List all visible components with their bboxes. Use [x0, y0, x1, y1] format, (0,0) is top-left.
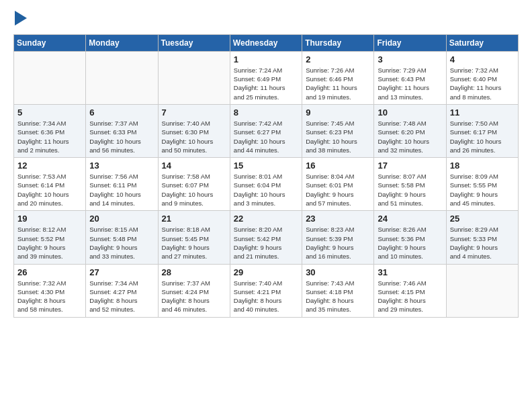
calendar-cell: 7Sunrise: 7:40 AMSunset: 6:30 PMDaylight… — [158, 104, 230, 157]
day-number: 13 — [89, 161, 154, 171]
weekday-header-friday: Friday — [374, 34, 446, 51]
weekday-header-row: SundayMondayTuesdayWednesdayThursdayFrid… — [14, 34, 519, 51]
calendar-cell: 29Sunrise: 7:40 AMSunset: 4:21 PMDayligh… — [230, 264, 302, 317]
header — [13, 11, 519, 29]
day-info: Sunrise: 7:40 AMSunset: 4:21 PMDaylight:… — [234, 279, 298, 314]
calendar-cell — [14, 51, 86, 104]
day-info: Sunrise: 7:45 AMSunset: 6:23 PMDaylight:… — [306, 119, 370, 154]
calendar-cell: 15Sunrise: 8:01 AMSunset: 6:04 PMDayligh… — [230, 158, 302, 211]
day-info: Sunrise: 7:32 AMSunset: 4:30 PMDaylight:… — [17, 279, 82, 314]
day-number: 31 — [378, 267, 442, 277]
day-number: 4 — [450, 54, 515, 64]
day-number: 7 — [162, 107, 226, 118]
day-info: Sunrise: 7:53 AMSunset: 6:14 PMDaylight:… — [17, 172, 82, 208]
weekday-header-thursday: Thursday — [302, 34, 374, 51]
calendar-cell: 13Sunrise: 7:56 AMSunset: 6:11 PMDayligh… — [86, 158, 158, 211]
logo-block — [13, 11, 27, 29]
day-info: Sunrise: 8:01 AMSunset: 6:04 PMDaylight:… — [234, 172, 298, 208]
calendar-cell: 26Sunrise: 7:32 AMSunset: 4:30 PMDayligh… — [14, 264, 86, 317]
calendar-cell: 12Sunrise: 7:53 AMSunset: 6:14 PMDayligh… — [14, 158, 86, 211]
calendar-cell: 11Sunrise: 7:50 AMSunset: 6:17 PMDayligh… — [446, 104, 518, 157]
calendar-cell — [158, 51, 230, 104]
day-info: Sunrise: 7:58 AMSunset: 6:07 PMDaylight:… — [162, 172, 226, 208]
day-number: 16 — [306, 161, 370, 171]
calendar-cell: 22Sunrise: 8:20 AMSunset: 5:42 PMDayligh… — [230, 211, 302, 264]
day-number: 15 — [234, 161, 298, 171]
day-number: 17 — [378, 161, 442, 171]
calendar-cell: 25Sunrise: 8:29 AMSunset: 5:33 PMDayligh… — [446, 211, 518, 264]
calendar-cell — [86, 51, 158, 104]
day-info: Sunrise: 7:32 AMSunset: 6:40 PMDaylight:… — [450, 66, 515, 101]
weekday-header-monday: Monday — [86, 34, 158, 51]
day-number: 5 — [17, 107, 82, 118]
day-info: Sunrise: 7:56 AMSunset: 6:11 PMDaylight:… — [89, 172, 154, 208]
calendar-cell: 2Sunrise: 7:26 AMSunset: 6:46 PMDaylight… — [302, 51, 374, 104]
weekday-header-tuesday: Tuesday — [158, 34, 230, 51]
day-number: 19 — [17, 214, 82, 224]
week-row-4: 19Sunrise: 8:12 AMSunset: 5:52 PMDayligh… — [14, 211, 519, 264]
calendar-cell: 19Sunrise: 8:12 AMSunset: 5:52 PMDayligh… — [14, 211, 86, 264]
calendar-cell: 16Sunrise: 8:04 AMSunset: 6:01 PMDayligh… — [302, 158, 374, 211]
calendar-cell: 28Sunrise: 7:37 AMSunset: 4:24 PMDayligh… — [158, 264, 230, 317]
day-number: 11 — [450, 107, 515, 118]
day-number: 9 — [306, 107, 370, 118]
day-number: 8 — [234, 107, 298, 118]
day-info: Sunrise: 8:04 AMSunset: 6:01 PMDaylight:… — [306, 172, 370, 208]
week-row-1: 1Sunrise: 7:24 AMSunset: 6:49 PMDaylight… — [14, 51, 519, 104]
day-number: 20 — [89, 214, 154, 224]
day-number: 26 — [17, 267, 82, 277]
day-info: Sunrise: 8:18 AMSunset: 5:45 PMDaylight:… — [162, 225, 226, 261]
calendar-cell: 18Sunrise: 8:09 AMSunset: 5:55 PMDayligh… — [446, 158, 518, 211]
calendar-cell: 14Sunrise: 7:58 AMSunset: 6:07 PMDayligh… — [158, 158, 230, 211]
day-number: 3 — [378, 54, 442, 64]
calendar-cell: 4Sunrise: 7:32 AMSunset: 6:40 PMDaylight… — [446, 51, 518, 104]
day-number: 28 — [162, 267, 226, 277]
day-number: 30 — [306, 267, 370, 277]
day-info: Sunrise: 7:37 AMSunset: 4:24 PMDaylight:… — [162, 279, 226, 314]
calendar-cell: 10Sunrise: 7:48 AMSunset: 6:20 PMDayligh… — [374, 104, 446, 157]
day-number: 1 — [234, 54, 298, 64]
day-number: 14 — [162, 161, 226, 171]
logo-triangle-icon — [15, 11, 27, 26]
day-number: 29 — [234, 267, 298, 277]
day-info: Sunrise: 8:15 AMSunset: 5:48 PMDaylight:… — [89, 225, 154, 261]
week-row-3: 12Sunrise: 7:53 AMSunset: 6:14 PMDayligh… — [14, 158, 519, 211]
calendar-cell — [446, 264, 518, 317]
day-number: 27 — [89, 267, 154, 277]
week-row-5: 26Sunrise: 7:32 AMSunset: 4:30 PMDayligh… — [14, 264, 519, 317]
day-info: Sunrise: 7:26 AMSunset: 6:46 PMDaylight:… — [306, 66, 370, 101]
weekday-header-saturday: Saturday — [446, 34, 518, 51]
calendar-cell: 5Sunrise: 7:34 AMSunset: 6:36 PMDaylight… — [14, 104, 86, 157]
calendar-cell: 31Sunrise: 7:46 AMSunset: 4:15 PMDayligh… — [374, 264, 446, 317]
day-number: 12 — [17, 161, 82, 171]
day-number: 25 — [450, 214, 515, 224]
day-info: Sunrise: 7:34 AMSunset: 4:27 PMDaylight:… — [89, 279, 154, 314]
day-number: 23 — [306, 214, 370, 224]
day-info: Sunrise: 8:29 AMSunset: 5:33 PMDaylight:… — [450, 225, 515, 261]
day-info: Sunrise: 7:24 AMSunset: 6:49 PMDaylight:… — [234, 66, 298, 101]
day-info: Sunrise: 8:12 AMSunset: 5:52 PMDaylight:… — [17, 225, 82, 261]
calendar-cell: 8Sunrise: 7:42 AMSunset: 6:27 PMDaylight… — [230, 104, 302, 157]
day-number: 6 — [89, 107, 154, 118]
calendar-table: SundayMondayTuesdayWednesdayThursdayFrid… — [13, 34, 519, 318]
weekday-header-wednesday: Wednesday — [230, 34, 302, 51]
day-info: Sunrise: 7:34 AMSunset: 6:36 PMDaylight:… — [17, 119, 82, 154]
day-number: 2 — [306, 54, 370, 64]
calendar-cell: 3Sunrise: 7:29 AMSunset: 6:43 PMDaylight… — [374, 51, 446, 104]
day-info: Sunrise: 7:37 AMSunset: 6:33 PMDaylight:… — [89, 119, 154, 154]
calendar-cell: 24Sunrise: 8:26 AMSunset: 5:36 PMDayligh… — [374, 211, 446, 264]
day-info: Sunrise: 8:20 AMSunset: 5:42 PMDaylight:… — [234, 225, 298, 261]
calendar-cell: 27Sunrise: 7:34 AMSunset: 4:27 PMDayligh… — [86, 264, 158, 317]
day-info: Sunrise: 8:09 AMSunset: 5:55 PMDaylight:… — [450, 172, 515, 208]
svg-marker-0 — [15, 11, 27, 26]
calendar-cell: 23Sunrise: 8:23 AMSunset: 5:39 PMDayligh… — [302, 211, 374, 264]
calendar-cell: 20Sunrise: 8:15 AMSunset: 5:48 PMDayligh… — [86, 211, 158, 264]
calendar-cell: 6Sunrise: 7:37 AMSunset: 6:33 PMDaylight… — [86, 104, 158, 157]
day-info: Sunrise: 8:07 AMSunset: 5:58 PMDaylight:… — [378, 172, 442, 208]
logo — [13, 11, 27, 29]
calendar-cell: 21Sunrise: 8:18 AMSunset: 5:45 PMDayligh… — [158, 211, 230, 264]
day-info: Sunrise: 7:42 AMSunset: 6:27 PMDaylight:… — [234, 119, 298, 154]
day-info: Sunrise: 8:23 AMSunset: 5:39 PMDaylight:… — [306, 225, 370, 261]
calendar-cell: 9Sunrise: 7:45 AMSunset: 6:23 PMDaylight… — [302, 104, 374, 157]
day-info: Sunrise: 7:50 AMSunset: 6:17 PMDaylight:… — [450, 119, 515, 154]
